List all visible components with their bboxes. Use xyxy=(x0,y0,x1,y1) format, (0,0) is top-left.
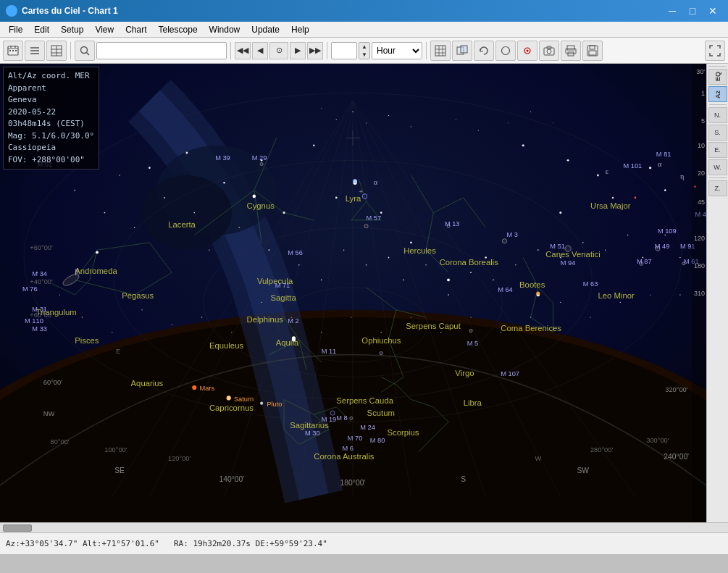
svg-text:60°00': 60°00' xyxy=(43,379,62,386)
svg-text:Scutum: Scutum xyxy=(367,409,395,417)
menu-item-setup[interactable]: Setup xyxy=(55,22,89,37)
horizontal-scrollbar[interactable] xyxy=(0,522,728,532)
svg-text:Aquila: Aquila xyxy=(276,338,299,347)
svg-text:η: η xyxy=(680,172,684,180)
step-up-button[interactable]: ▲ xyxy=(359,43,369,51)
scroll-thumb[interactable] xyxy=(3,524,32,532)
svg-text:M 56: M 56 xyxy=(288,249,303,256)
svg-rect-33 xyxy=(590,46,595,49)
scale-45: 45 xyxy=(698,198,705,206)
svg-point-202 xyxy=(380,351,382,354)
fullscreen-button[interactable] xyxy=(705,41,725,61)
save-button[interactable] xyxy=(582,41,603,61)
svg-text:Ursa Major: Ursa Major xyxy=(590,201,631,210)
svg-text:M 70: M 70 xyxy=(348,435,363,442)
circle-button[interactable] xyxy=(495,41,516,61)
svg-point-155 xyxy=(679,257,680,258)
fov-label: FOV: +288°00'00" xyxy=(8,154,94,167)
prev-button[interactable]: ◀ xyxy=(252,42,268,59)
titlebar-left: Cartes du Ciel - Chart 1 xyxy=(6,5,118,17)
calendar-button[interactable] xyxy=(3,41,23,61)
grid-toggle-button[interactable] xyxy=(430,41,451,61)
minimize-button[interactable]: ─ xyxy=(663,4,682,18)
menu-item-edit[interactable]: Edit xyxy=(28,22,55,37)
scale-180: 180 xyxy=(694,262,705,269)
svg-point-188 xyxy=(530,112,531,112)
east-button[interactable]: E. xyxy=(708,142,727,158)
svg-text:β: β xyxy=(75,267,78,275)
red-star-button[interactable] xyxy=(517,41,537,61)
svg-point-110 xyxy=(96,251,99,254)
search-input[interactable] xyxy=(96,42,227,59)
rotate-button[interactable] xyxy=(474,41,494,61)
svg-text:M 107: M 107 xyxy=(501,370,519,377)
svg-text:NW: NW xyxy=(43,410,55,417)
print-button[interactable] xyxy=(561,41,581,61)
svg-point-132 xyxy=(164,197,165,198)
west-button[interactable]: W. xyxy=(708,159,727,175)
window-controls[interactable]: ─ □ ✕ xyxy=(663,4,722,18)
svg-point-123 xyxy=(148,167,151,169)
next-button[interactable]: ▶ xyxy=(290,42,306,59)
svg-point-169 xyxy=(411,317,411,317)
svg-point-122 xyxy=(522,144,524,146)
menu-item-chart[interactable]: Chart xyxy=(120,22,152,37)
zenith-button[interactable]: Z. xyxy=(708,180,727,196)
svg-text:Ophiuchus: Ophiuchus xyxy=(361,336,401,345)
close-button[interactable]: ✕ xyxy=(703,4,722,18)
unit-select[interactable]: SecondMinuteHourDayWeekMonthYear xyxy=(372,42,422,59)
scale-310: 310 xyxy=(694,290,705,297)
maximize-button[interactable]: □ xyxy=(683,4,702,18)
svg-point-119 xyxy=(649,167,651,169)
prev-prev-button[interactable]: ◀◀ xyxy=(235,42,251,59)
constellation-label: Cassiopeia xyxy=(8,142,94,154)
next-next-button[interactable]: ▶▶ xyxy=(307,42,323,59)
az-alt-coords: Az:+33°05'34.7" Alt:+71°57'01.6" xyxy=(6,539,159,548)
north-button[interactable]: N. xyxy=(708,107,727,123)
svg-text:+60°00': +60°00' xyxy=(30,244,53,251)
svg-text:M 19: M 19 xyxy=(322,416,337,423)
svg-text:ε: ε xyxy=(606,167,609,175)
svg-point-164 xyxy=(261,302,262,303)
list-button[interactable] xyxy=(25,41,45,61)
svg-text:300°00': 300°00' xyxy=(646,437,669,444)
svg-point-160 xyxy=(141,309,142,310)
svg-text:240°00': 240°00' xyxy=(664,453,689,461)
zoom-button[interactable] xyxy=(452,41,472,61)
toolbar: ◀◀ ◀ ⊙ ▶ ▶▶ 1 ▲ ▼ SecondMinuteHourDayWee… xyxy=(0,38,728,64)
svg-point-189 xyxy=(553,122,553,123)
svg-text:SW: SW xyxy=(577,467,589,474)
camera-button[interactable] xyxy=(539,41,559,61)
step-spinbox[interactable]: ▲ ▼ xyxy=(359,42,370,59)
menu-item-file[interactable]: File xyxy=(3,22,28,37)
svg-point-181 xyxy=(336,119,337,120)
eq-button[interactable]: EQ xyxy=(708,69,727,85)
search-icon-btn[interactable] xyxy=(75,41,95,61)
svg-text:Aquarius: Aquarius xyxy=(131,379,164,388)
south-button[interactable]: S. xyxy=(708,125,727,141)
svg-text:M 2: M 2 xyxy=(288,317,298,325)
svg-point-111 xyxy=(283,212,285,214)
svg-point-194 xyxy=(635,197,637,199)
svg-text:120°00': 120°00' xyxy=(168,455,191,462)
az-button[interactable]: Az xyxy=(708,86,727,102)
menu-item-update[interactable]: Update xyxy=(246,22,285,37)
menu-item-view[interactable]: View xyxy=(89,22,120,37)
svg-point-146 xyxy=(493,280,494,281)
starmap[interactable]: Alt/Az coord. MER Apparent Geneva 2020-0… xyxy=(0,64,706,522)
svg-point-190 xyxy=(536,291,540,295)
menu-item-help[interactable]: Help xyxy=(285,22,315,37)
menu-item-window[interactable]: Window xyxy=(204,22,246,37)
svg-text:M 24: M 24 xyxy=(360,424,375,431)
menu-item-telescope[interactable]: Telescope xyxy=(153,22,204,37)
step-down-button[interactable]: ▼ xyxy=(359,51,369,59)
mag-label: Mag: 5.1/6.0/30.0° xyxy=(8,130,94,143)
svg-text:+40°00': +40°00' xyxy=(30,278,53,285)
svg-rect-29 xyxy=(567,46,574,50)
table-button[interactable] xyxy=(46,41,67,61)
svg-point-176 xyxy=(620,302,621,303)
svg-point-162 xyxy=(201,317,202,317)
now-button[interactable]: ⊙ xyxy=(269,42,288,59)
svg-text:80°00': 80°00' xyxy=(50,438,69,446)
step-input[interactable]: 1 xyxy=(331,42,357,59)
